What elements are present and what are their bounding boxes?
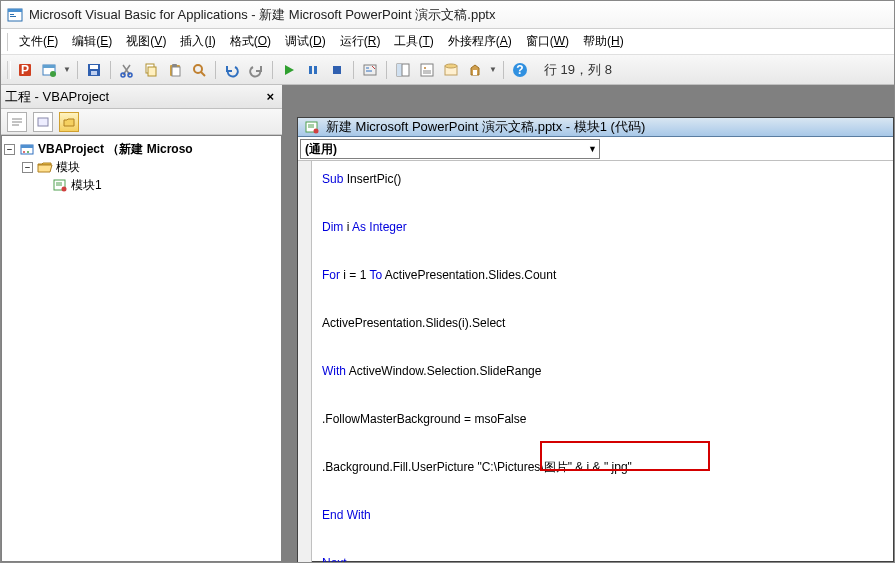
svg-rect-22 [314,66,317,74]
project-icon [19,142,35,156]
code-window-titlebar[interactable]: 新建 Microsoft PowerPoint 演示文稿.pptx - 模块1 … [298,118,893,137]
toolbar-grip [7,61,11,79]
toolbar-separator [272,61,273,79]
cursor-position: 行 19，列 8 [544,61,612,79]
menu-help[interactable]: 帮助(H) [577,30,630,53]
run-icon[interactable] [279,60,299,80]
project-panel-header: 工程 - VBAProject × [1,85,282,109]
view-ppt-icon[interactable]: P [15,60,35,80]
code-gutter [298,161,312,563]
collapse-icon[interactable]: − [4,144,15,155]
code-editor[interactable]: Sub InsertPic() Dim i As Integer For i =… [312,161,893,563]
project-panel-title: 工程 - VBAProject [5,88,109,106]
menu-grip [7,33,11,51]
menu-debug[interactable]: 调试(D) [279,30,332,53]
svg-point-33 [445,64,457,68]
view-code-icon[interactable] [7,112,27,132]
svg-rect-3 [10,16,16,17]
toolbar: P ▼ ▼ ? 行 19，列 8 [1,55,894,85]
svg-rect-7 [43,65,55,68]
menu-edit[interactable]: 编辑(E) [66,30,118,53]
cut-icon[interactable] [117,60,137,80]
object-dropdown[interactable]: (通用) ▼ [300,139,600,159]
collapse-icon[interactable]: − [22,162,33,173]
properties-icon[interactable] [417,60,437,80]
svg-point-29 [424,67,426,69]
code-dropdown-row: (通用) ▼ [298,137,893,161]
help-icon[interactable]: ? [510,60,530,80]
toolbar-separator [503,61,504,79]
redo-icon[interactable] [246,60,266,80]
module1-label: 模块1 [71,177,102,194]
menu-view[interactable]: 视图(V) [120,30,172,53]
svg-rect-24 [364,65,376,75]
break-icon[interactable] [303,60,323,80]
svg-rect-40 [38,118,48,126]
tree-modules-folder-row[interactable]: − 模块 [4,158,279,176]
toggle-folders-icon[interactable] [59,112,79,132]
svg-rect-17 [172,67,180,76]
svg-rect-34 [473,70,477,75]
menu-format[interactable]: 格式(O) [224,30,277,53]
svg-rect-11 [91,71,97,75]
find-icon[interactable] [189,60,209,80]
tree-module1-row[interactable]: 模块1 [4,176,279,194]
svg-point-19 [194,65,202,73]
object-dropdown-value: (通用) [305,141,337,158]
code-window-title: 新建 Microsoft PowerPoint 演示文稿.pptx - 模块1 … [326,118,645,136]
toolbar-separator [110,61,111,79]
design-mode-icon[interactable] [360,60,380,80]
svg-rect-2 [10,14,14,15]
menu-tools[interactable]: 工具(T) [388,30,439,53]
object-browser-icon[interactable] [441,60,461,80]
svg-rect-28 [421,64,433,76]
paste-icon[interactable] [165,60,185,80]
menu-insert[interactable]: 插入(I) [174,30,221,53]
save-icon[interactable] [84,60,104,80]
view-object-icon[interactable] [33,112,53,132]
menu-bar: 文件(F) 编辑(E) 视图(V) 插入(I) 格式(O) 调试(D) 运行(R… [1,29,894,55]
svg-point-52 [314,129,319,134]
project-explorer-icon[interactable] [393,60,413,80]
app-icon [7,7,23,23]
toolbar-separator [215,61,216,79]
svg-text:P: P [21,63,29,77]
svg-line-20 [201,72,205,76]
reset-icon[interactable] [327,60,347,80]
project-panel-toolbar [1,109,282,135]
insert-module-icon[interactable] [39,60,59,80]
folder-open-icon [37,160,53,174]
svg-rect-1 [8,9,22,12]
tree-root-row[interactable]: − VBAProject （新建 Microso [4,140,279,158]
dropdown-arrow-icon[interactable]: ▼ [489,65,497,74]
modules-folder-label: 模块 [56,159,80,176]
toolbar-separator [353,61,354,79]
undo-icon[interactable] [222,60,242,80]
code-window-icon [304,120,320,134]
window-title: Microsoft Visual Basic for Applications … [29,6,495,24]
menu-file[interactable]: 文件(F) [13,30,64,53]
project-root-label: VBAProject （新建 Microso [38,141,193,158]
svg-text:?: ? [516,63,523,77]
toolbox-icon[interactable] [465,60,485,80]
svg-point-48 [62,187,67,192]
menu-window[interactable]: 窗口(W) [520,30,575,53]
svg-rect-18 [172,64,177,67]
project-tree[interactable]: − VBAProject （新建 Microso − 模块 模块1 [1,135,282,562]
svg-rect-10 [90,65,98,69]
svg-rect-21 [309,66,312,74]
mdi-area: 新建 Microsoft PowerPoint 演示文稿.pptx - 模块1 … [285,85,894,562]
menu-run[interactable]: 运行(R) [334,30,387,53]
toolbar-separator [77,61,78,79]
chevron-down-icon: ▼ [588,144,597,154]
copy-icon[interactable] [141,60,161,80]
project-explorer-panel: 工程 - VBAProject × − VBAProject （新建 Micro… [1,85,285,562]
window-titlebar: Microsoft Visual Basic for Applications … [1,1,894,29]
dropdown-arrow-icon[interactable]: ▼ [63,65,71,74]
svg-rect-42 [21,145,33,148]
svg-rect-15 [148,67,156,76]
svg-point-44 [27,151,29,153]
menu-addins[interactable]: 外接程序(A) [442,30,518,53]
close-icon[interactable]: × [262,89,278,104]
module-icon [52,178,68,192]
